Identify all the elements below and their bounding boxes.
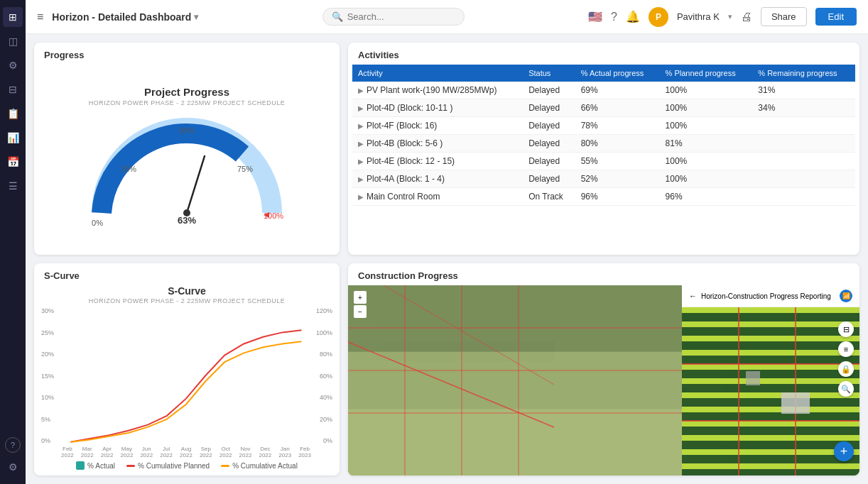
sidebar-icon-layers[interactable]: ◫ — [3, 31, 23, 51]
search-box[interactable]: 🔍 — [322, 8, 465, 26]
activity-planned: 100% — [660, 153, 753, 170]
sidebar-icon-list[interactable]: ☰ — [3, 176, 23, 196]
sidebar-icon-hierarchy[interactable]: ⊟ — [3, 79, 23, 99]
expand-icon[interactable]: ▶ — [358, 122, 364, 130]
scurve-card-title: S-Curve — [34, 263, 340, 285]
map-container[interactable]: + − ← Horizon-Construction Progress Repo… — [348, 285, 859, 475]
search-icon: 🔍 — [332, 11, 343, 22]
overlay-add-btn[interactable]: + — [834, 441, 854, 461]
expand-icon[interactable]: ▶ — [358, 158, 364, 165]
share-button[interactable]: Share — [761, 7, 807, 26]
main-content: ≡ Horizon - Detailed Dashboard ▾ 🔍 🇺🇸 ? … — [26, 0, 868, 484]
overlay-filter-btn[interactable]: ≡ — [838, 341, 854, 357]
svg-rect-41 — [682, 442, 859, 448]
search-area: 🔍 — [207, 8, 580, 26]
chart-legend: % Actual % Cumulative Planned % Cumulati… — [41, 458, 332, 470]
map-zoom-control[interactable]: + — [354, 291, 367, 304]
svg-rect-34 — [682, 392, 859, 398]
y-label-right: 60% — [311, 373, 332, 380]
scurve-card: S-Curve S-Curve HORIZON POWER PHASE - 2 … — [34, 263, 340, 475]
sidebar-icon-config[interactable]: ⚙ — [3, 457, 23, 477]
activity-planned: 81% — [660, 135, 753, 153]
col-activity: Activity — [352, 65, 523, 82]
activity-name: ▶Main Control Room — [352, 188, 523, 206]
x-label: Jul 2022 — [160, 446, 173, 458]
svg-line-0 — [187, 156, 205, 213]
print-icon[interactable]: 🖨 — [741, 11, 752, 23]
y-label-left: 30% — [41, 307, 61, 314]
sidebar-icon-settings[interactable]: ⚙ — [3, 55, 23, 75]
sidebar: ⊞ ◫ ⚙ ⊟ 📋 📊 📅 ☰ ? ⚙ — [0, 0, 26, 484]
activity-actual: 69% — [575, 82, 660, 99]
activity-remaining: 31% — [752, 82, 855, 99]
title-chevron-icon[interactable]: ▾ — [194, 12, 198, 22]
gauge-title: Project Progress — [144, 86, 229, 98]
lines-svg — [61, 307, 311, 444]
scurve-chart-title: S-Curve — [41, 285, 332, 297]
svg-text:63%: 63% — [178, 215, 196, 226]
user-chevron-icon[interactable]: ▾ — [728, 12, 732, 21]
svg-rect-44 — [682, 463, 859, 469]
map-overlay-panel: ← Horizon-Construction Progress Reportin… — [682, 285, 859, 475]
col-planned: % Planned progress — [660, 65, 753, 82]
svg-rect-28 — [682, 350, 859, 356]
table-row: ▶Plot-4A (Block: 1 - 4) Delayed 52% 100% — [352, 170, 855, 188]
back-icon[interactable]: ← — [689, 292, 697, 300]
expand-icon[interactable]: ▶ — [358, 104, 364, 112]
activity-name: ▶Plot-4F (Block: 16) — [352, 117, 523, 135]
activity-name: ▶Plot-4E (Block: 12 - 15) — [352, 153, 523, 170]
gauge-subtitle: HORIZON POWER PHASE - 2 225MW PROJECT SC… — [89, 99, 285, 106]
notification-icon[interactable]: 🔔 — [626, 10, 640, 23]
sidebar-icon-analytics[interactable]: 📊 — [3, 128, 23, 148]
x-label: May 2022 — [121, 446, 134, 458]
y-axis-right: 0%20%40%60%80%100%120% — [311, 307, 332, 444]
chart-area: 0%5%10%15%20%25%30% 0%20%40%60%80%100%12… — [41, 307, 332, 458]
search-input[interactable] — [347, 11, 447, 22]
x-label: Feb 2022 — [61, 446, 74, 458]
activity-status: Delayed — [523, 135, 575, 153]
hamburger-button[interactable]: ≡ — [37, 11, 43, 23]
user-name: Pavithra K — [677, 11, 720, 22]
x-label: Nov 2022 — [239, 446, 252, 458]
svg-rect-23 — [682, 314, 859, 320]
topbar: ≡ Horizon - Detailed Dashboard ▾ 🔍 🇺🇸 ? … — [26, 0, 868, 34]
sidebar-icon-help[interactable]: ? — [5, 437, 21, 453]
svg-rect-37 — [682, 414, 859, 419]
expand-icon[interactable]: ▶ — [358, 175, 364, 183]
activity-remaining — [752, 153, 855, 170]
svg-rect-39 — [682, 428, 859, 434]
edit-button[interactable]: Edit — [815, 8, 857, 26]
x-label: Sep 2022 — [200, 446, 212, 458]
y-label-left: 5% — [41, 416, 61, 423]
expand-icon[interactable]: ▶ — [358, 87, 364, 94]
activity-actual: 55% — [575, 153, 660, 170]
activity-status: Delayed — [523, 117, 575, 135]
y-label-left: 0% — [41, 437, 61, 444]
y-axis-left: 0%5%10%15%20%25%30% — [41, 307, 61, 444]
legend-actual-icon — [76, 461, 85, 470]
overlay-layers-btn[interactable]: ⊟ — [838, 321, 854, 337]
x-label: Jan 2023 — [278, 446, 291, 458]
overlay-zoom-btn[interactable]: 🔍 — [838, 381, 854, 397]
activity-remaining — [752, 135, 855, 153]
legend-cumulative-actual: % Cumulative Actual — [221, 461, 298, 470]
svg-rect-35 — [682, 400, 859, 405]
table-row: ▶Plot-4B (Block: 5-6 ) Delayed 80% 81% — [352, 135, 855, 153]
help-icon[interactable]: ? — [611, 11, 617, 23]
expand-icon[interactable]: ▶ — [358, 193, 364, 201]
expand-icon[interactable]: ▶ — [358, 140, 364, 148]
sidebar-icon-clipboard[interactable]: 📋 — [3, 104, 23, 123]
x-label: Jun 2022 — [140, 446, 153, 458]
topbar-actions: 🇺🇸 ? 🔔 P Pavithra K ▾ 🖨 Share Edit — [588, 7, 857, 27]
svg-rect-42 — [682, 449, 859, 455]
activity-name: ▶Plot-4A (Block: 1 - 4) — [352, 170, 523, 188]
sidebar-icon-calendar[interactable]: 📅 — [3, 152, 23, 172]
sidebar-icon-grid[interactable]: ⊞ — [3, 7, 23, 27]
activity-actual: 80% — [575, 135, 660, 153]
map-minus-control[interactable]: − — [354, 305, 367, 318]
gauge-svg: 0% 25% 50% 75% 63% 100% — [87, 114, 286, 227]
overlay-lock-btn[interactable]: 🔒 — [838, 361, 854, 377]
avatar[interactable]: P — [649, 7, 668, 27]
table-row: ▶Main Control Room On Track 96% 96% — [352, 188, 855, 206]
activity-actual: 66% — [575, 99, 660, 117]
